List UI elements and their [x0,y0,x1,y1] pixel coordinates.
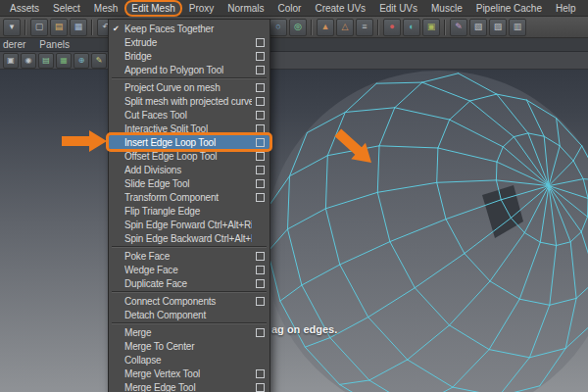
menu-mesh[interactable]: Mesh [87,0,124,17]
menu-item[interactable]: ✔ [109,290,270,294]
save-scene-icon[interactable]: ▦ [70,19,87,36]
option-box-icon[interactable] [256,66,265,74]
menu-item[interactable]: ✔ Flip Triangle Edge [109,204,270,218]
toolbar-icon[interactable] [444,20,446,35]
menu-help[interactable]: Help [549,0,583,17]
image-plane-icon[interactable]: ▦ [56,53,72,69]
menu-item[interactable]: ✔ Merge Vertex Tool [109,367,270,380]
menu-item[interactable]: ✔ Merge Edge Tool [109,380,270,392]
menu-item[interactable]: ✔ [109,76,270,80]
menu-item[interactable]: ✔ Split mesh with projected curve [109,94,270,108]
option-box-icon[interactable] [256,328,265,337]
menu-item[interactable]: ✔ Interactive Split Tool [109,122,270,135]
option-box-icon[interactable] [256,38,265,47]
select-camera-icon[interactable]: ▣ [3,53,19,69]
make-live-icon[interactable]: ◎ [289,19,307,36]
option-box-icon[interactable] [256,193,265,202]
option-box-icon[interactable] [256,138,265,147]
menu-assets[interactable]: Assets [3,0,46,17]
option-box-icon[interactable] [256,266,265,274]
option-box-icon[interactable] [256,179,265,188]
menu-item[interactable]: ✔ Offset Edge Loop Tool [109,149,270,163]
option-box-icon[interactable] [256,83,265,92]
pan-zoom-icon[interactable]: ⊕ [74,53,89,69]
menu-item[interactable]: ✔ Merge [109,325,270,339]
paint-effects-icon[interactable]: ✎ [450,19,467,36]
menu-item[interactable]: ✔ Project Curve on mesh [109,80,270,94]
attribute-editor-icon[interactable]: ▨ [489,19,507,36]
menu-item[interactable]: ✔ Collapse [109,353,270,367]
menubar-item-label: Help [556,3,576,14]
menu-item[interactable]: ✔ Extrude [109,35,270,49]
menu-item[interactable]: ✔ [109,245,270,249]
new-scene-icon[interactable]: ▢ [30,19,48,36]
render-frame-icon[interactable]: ● [383,19,401,36]
menu-muscle[interactable]: Muscle [424,0,469,17]
menu-color[interactable]: Color [271,0,309,17]
menu-set-selector-icon[interactable]: ▾ [3,19,21,36]
option-box-icon[interactable] [256,124,265,133]
input-connections-icon[interactable]: ▲ [317,19,334,36]
menu-item[interactable]: ✔ Spin Edge Backward Ctrl+Alt+Left [109,231,270,245]
panel-menu-panels[interactable]: Panels [39,39,70,50]
output-connections-icon[interactable]: △ [336,19,354,36]
menu-item[interactable]: ✔ Cut Faces Tool [109,108,270,122]
option-box-icon[interactable] [256,52,265,61]
toolbar-icon[interactable] [24,20,26,35]
menu-item-label: Transform Component [124,192,252,203]
option-box-icon[interactable] [256,297,265,306]
menu-proxy[interactable]: Proxy [182,0,221,17]
channel-box-icon[interactable]: ▥ [509,19,526,36]
menu-item-label: Split mesh with projected curve [124,96,252,107]
menu-item[interactable]: ✔ Bridge [109,49,270,63]
menu-item[interactable]: ✔ Transform Component [109,190,270,204]
menu-create-uvs[interactable]: Create UVs [308,0,372,17]
menu-edit-uvs[interactable]: Edit UVs [372,0,424,17]
menu-item-label: Connect Components [124,296,252,307]
menu-item[interactable]: ✔ [109,321,270,325]
menu-item[interactable]: ✔ Append to Polygon Tool [109,63,270,76]
option-box-icon[interactable] [256,97,265,106]
render-settings-icon[interactable]: ▣ [422,19,440,36]
menu-item[interactable]: ✔ Duplicate Face [109,276,270,290]
open-scene-icon[interactable]: ▤ [50,19,68,36]
toolbar-icon[interactable] [311,20,313,35]
lock-camera-icon[interactable]: ◉ [21,53,36,69]
menu-item[interactable]: ✔ Add Divisions [109,163,270,176]
toolbox-icon[interactable]: ▧ [469,19,487,36]
ipr-render-icon[interactable]: ◐ [403,19,420,36]
menu-item[interactable]: ✔ Spin Edge Forward Ctrl+Alt+Right [109,218,270,231]
status-line-toolbar: ▾ ▢ ▤ ▦ ↶ ↷ ▥ ▣ ▩ ◆ ◇ ● [0,17,588,38]
menu-pipeline-cache[interactable]: Pipeline Cache [469,0,549,17]
option-box-icon[interactable] [256,279,265,288]
menu-item-label: Insert Edge Loop Tool [124,137,252,148]
option-box-icon[interactable] [256,152,265,161]
panel-menu-renderer-partial[interactable]: derer [3,39,25,50]
grease-pencil-icon[interactable]: ✎ [91,53,107,69]
menu-item[interactable]: ✔ Wedge Face [109,263,270,276]
menu-item-label: Duplicate Face [124,278,252,289]
option-box-icon[interactable] [256,369,265,378]
bookmark-icon[interactable]: ▤ [38,53,54,69]
menu-normals[interactable]: Normals [220,0,270,17]
construction-history-icon[interactable]: ≡ [356,19,373,36]
menu-item[interactable]: ✔ Keep Faces Together [109,22,270,35]
toolbar-icon[interactable] [91,20,93,35]
menu-item[interactable]: ✔ Merge To Center [109,339,270,353]
menu-item[interactable]: ✔ Connect Components [109,294,270,308]
toolbar-icon[interactable] [377,20,379,35]
snap-to-plane-icon[interactable]: ○ [270,19,287,36]
option-box-icon[interactable] [256,252,265,261]
menu-item[interactable]: ✔ Slide Edge Tool [109,176,270,190]
menu-edit-mesh[interactable]: Edit Mesh [124,0,181,17]
option-box-icon[interactable] [256,383,265,392]
option-box-icon[interactable] [256,111,265,120]
menu-item[interactable]: ✔ Poke Face [109,249,270,263]
menu-item-label: Project Curve on mesh [124,82,252,93]
menu-select[interactable]: Select [46,0,87,17]
option-box-icon[interactable] [256,166,265,174]
menu-item[interactable]: ✔ Detach Component [109,308,270,321]
viewport-hint-text: ag on edges. [271,323,337,335]
menu-item-insert-edge-loop-tool[interactable]: ✔ Insert Edge Loop Tool [109,135,270,149]
menubar-item-label: Select [53,3,80,14]
